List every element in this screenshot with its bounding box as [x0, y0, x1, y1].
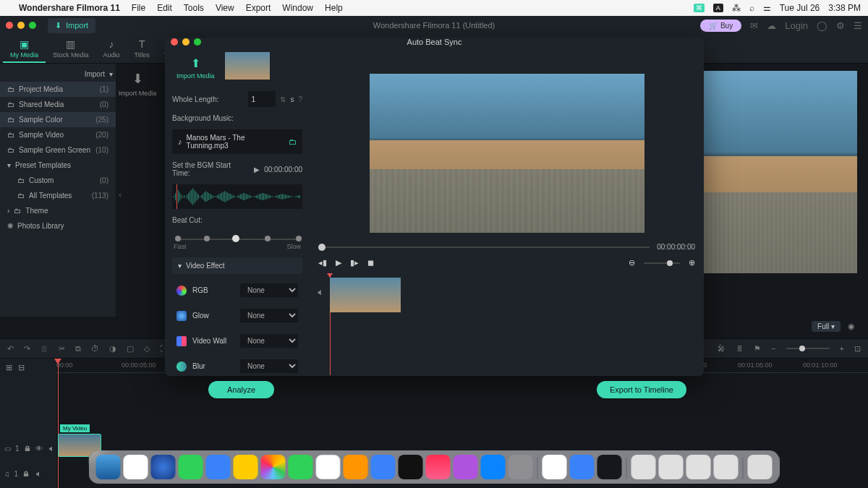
modal-timeline-clip[interactable] — [330, 278, 401, 312]
modal-traffic-lights[interactable] — [171, 38, 213, 46]
dock-settings-icon[interactable] — [509, 455, 533, 479]
menu-window[interactable]: Window — [282, 3, 313, 13]
fx-rgb-select[interactable]: None — [240, 283, 298, 297]
dock-tv-icon[interactable] — [399, 455, 423, 479]
dock-calendar-icon[interactable] — [316, 455, 341, 479]
audio-track-header[interactable]: ♫1 🔒︎ 🔈︎ — [0, 463, 56, 484]
volume-slider[interactable] — [644, 262, 680, 264]
search-icon[interactable]: ⌕ — [749, 3, 754, 13]
delete-icon[interactable]: 🗑 — [41, 344, 48, 353]
sidebar-item-sample-color[interactable]: 🗀Sample Color(25) — [0, 112, 116, 127]
mute-icon[interactable]: 🔈︎ — [47, 445, 54, 453]
folder-open-icon[interactable]: 🗀 — [289, 137, 297, 146]
sidebar-item-project-media[interactable]: 🗀Project Media(1) — [0, 82, 116, 97]
dock-facetime-icon[interactable] — [289, 455, 313, 479]
fx-video-wall-select[interactable]: None — [240, 334, 298, 348]
speed-icon[interactable]: ⏱ — [91, 344, 99, 353]
play-icon[interactable]: ▶ — [336, 258, 341, 267]
redo-icon[interactable]: ↷ — [24, 344, 30, 354]
lock-icon[interactable]: 🔒︎ — [24, 445, 31, 453]
dock-reminders-icon[interactable] — [344, 455, 368, 479]
stepper-icon[interactable]: ⇅ — [280, 95, 286, 103]
buy-button[interactable]: 🛒Buy — [700, 20, 741, 32]
maximize-window-icon[interactable] — [29, 22, 36, 29]
video-track-header[interactable]: ▭1 🔒︎ 👁︎ 🔈︎ — [0, 434, 56, 463]
dock-photos-icon[interactable] — [261, 455, 286, 479]
dock-mail-icon[interactable] — [206, 455, 231, 479]
login-link[interactable]: Login — [785, 20, 808, 31]
keyframe-icon[interactable]: ◇ — [144, 344, 150, 354]
vol-up-icon[interactable]: ⊕ — [689, 258, 695, 267]
speaker-icon[interactable]: 🔈︎ — [315, 288, 323, 296]
play-icon[interactable]: ▶ — [254, 166, 260, 174]
sidebar-item-theme[interactable]: ›🗀Theme — [0, 203, 116, 218]
sidebar-item-preset-templates[interactable]: ▾Preset Templates — [0, 158, 116, 173]
status-icon[interactable]: ⌘ — [694, 4, 705, 12]
modal-maximize-icon[interactable] — [194, 38, 201, 46]
color-icon[interactable]: ◑ — [109, 344, 116, 354]
zoom-out-icon[interactable]: − — [771, 344, 775, 353]
modal-preview-video[interactable] — [370, 74, 644, 233]
green-screen-icon[interactable]: ▢ — [127, 344, 134, 354]
cloud-icon[interactable]: ☁︎ — [767, 20, 776, 31]
tab-titles[interactable]: TTitles — [127, 35, 157, 63]
control-center-icon[interactable]: ⚌ — [763, 3, 771, 13]
bgm-waveform[interactable] — [172, 184, 302, 209]
crop-icon[interactable]: ⧉ — [75, 344, 81, 354]
sidebar-item-custom[interactable]: 🗀Custom(0) — [0, 173, 116, 188]
fx-blur-select[interactable]: None — [240, 359, 298, 373]
dock-appstore-icon[interactable] — [481, 455, 506, 479]
message-icon[interactable]: ✉︎ — [750, 20, 758, 31]
close-window-icon[interactable] — [6, 22, 13, 29]
add-track-icon[interactable]: ⊞ — [6, 363, 12, 372]
next-frame-icon[interactable]: ▮▸ — [350, 258, 359, 267]
modal-close-icon[interactable] — [171, 38, 178, 46]
stop-icon[interactable]: ◼ — [367, 258, 374, 267]
dock-doc1-icon[interactable] — [631, 455, 656, 479]
dock-notes-icon[interactable] — [234, 455, 258, 479]
fit-select[interactable]: Full ▾ — [812, 321, 841, 332]
dock-safari-icon[interactable] — [151, 455, 176, 479]
dock-doc4-icon[interactable] — [714, 455, 739, 479]
visibility-icon[interactable]: 👁︎ — [35, 445, 43, 453]
sidebar-item-photos-library[interactable]: ❋Photos Library — [0, 218, 116, 234]
track-options-icon[interactable]: ⊟ — [18, 363, 25, 372]
prev-frame-icon[interactable]: ◂▮ — [318, 258, 327, 267]
import-media-button[interactable]: ⬇︎ Import Media — [119, 71, 157, 97]
mixer-icon[interactable]: 🎚︎ — [736, 344, 744, 353]
dock-podcasts-icon[interactable] — [454, 455, 478, 479]
help-icon[interactable]: ? — [298, 95, 302, 103]
dock-launchpad-icon[interactable] — [124, 455, 148, 479]
marker-icon[interactable]: ⚑ — [754, 344, 761, 354]
mute-icon[interactable]: 🔈︎ — [34, 470, 41, 478]
lock-icon[interactable]: 🔒︎ — [22, 470, 30, 478]
analyze-button[interactable]: Analyze — [208, 381, 274, 398]
app-name[interactable]: Wondershare Filmora 11 — [19, 3, 120, 13]
modal-minimize-icon[interactable] — [182, 38, 190, 46]
dock-messages-icon[interactable] — [179, 455, 203, 479]
playhead[interactable] — [58, 359, 59, 488]
menu-export[interactable]: Export — [246, 3, 271, 13]
dock-doc3-icon[interactable] — [686, 455, 711, 479]
menu-help[interactable]: Help — [325, 3, 343, 13]
import-button[interactable]: ⬇︎ Import — [48, 18, 95, 33]
undo-icon[interactable]: ↶ — [7, 344, 14, 354]
tab-my-media[interactable]: ▣My Media — [3, 35, 46, 63]
bgm-file-row[interactable]: ♪ Manos Mars - The Tunning.mp3 🗀 — [172, 129, 302, 154]
settings-icon[interactable]: ⚙︎ — [836, 20, 845, 31]
export-to-timeline-button[interactable]: Export to Timeline — [597, 381, 686, 398]
menu-tools[interactable]: Tools — [184, 3, 204, 13]
time[interactable]: 3:38 PM — [828, 3, 861, 13]
import-dropdown[interactable]: Import ▾ — [0, 67, 116, 82]
sidebar-item-sample-green[interactable]: 🗀Sample Green Screen(10) — [0, 142, 116, 158]
modal-timeline[interactable]: 🔈︎ — [318, 273, 695, 375]
split-icon[interactable]: ✂︎ — [59, 344, 65, 354]
dock-doc2-icon[interactable] — [659, 455, 684, 479]
sidebar-item-sample-video[interactable]: 🗀Sample Video(20) — [0, 127, 116, 142]
dock-filmora-icon[interactable] — [597, 455, 622, 479]
bell-icon[interactable]: ◯ — [817, 20, 827, 31]
mic-icon[interactable]: 🎤︎ — [718, 344, 726, 353]
zoom-fit-icon[interactable]: ⊡ — [854, 344, 861, 354]
zoom-in-icon[interactable]: + — [840, 344, 844, 353]
zoom-slider[interactable] — [786, 348, 830, 349]
